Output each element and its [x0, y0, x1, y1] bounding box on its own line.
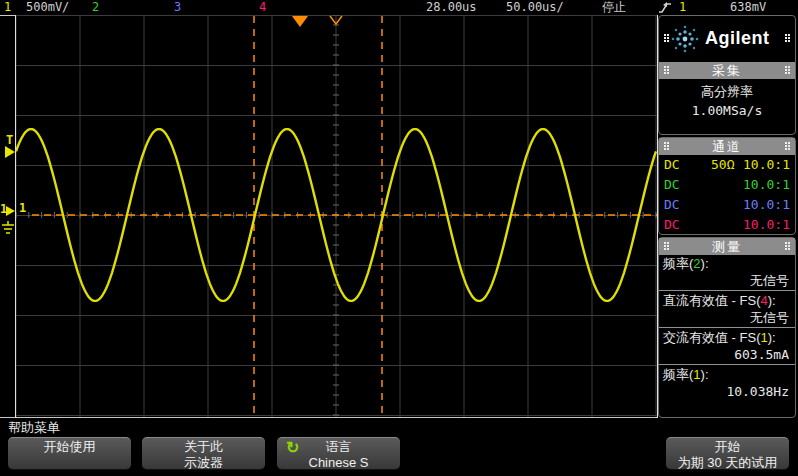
measurement-separator — [659, 327, 795, 328]
measurements-grip-right[interactable] — [785, 242, 787, 244]
softkey-label-line2: 为期 30 天的试用 — [666, 455, 789, 471]
softkey-label: 开始 — [715, 439, 741, 454]
measurement-value: 603.5mA — [659, 346, 795, 363]
sample-rate: 1.00MSa/s — [659, 101, 795, 118]
meas1-source: 2 — [693, 256, 700, 271]
measurements-grip-left[interactable] — [664, 242, 666, 244]
ch1-inner-label: 1 — [19, 201, 26, 215]
meas2-post: ): — [768, 293, 776, 308]
meas1-post: ): — [701, 256, 709, 271]
status-timebase: 50.00us/ — [506, 0, 564, 14]
agilent-logo-icon — [669, 23, 701, 55]
meas4-post: ): — [701, 367, 709, 382]
channel-row-4[interactable]: DC 10.0:1 — [659, 215, 795, 235]
status-ch2-number: 2 — [92, 0, 99, 14]
measurement-value: 无信号 — [659, 272, 795, 289]
acquisition-panel: Agilent 采集 高分辨率 1.00MSa/s — [658, 15, 796, 135]
ch3-coupling: DC — [664, 197, 680, 212]
softkey-label: 语言 — [326, 439, 352, 454]
channels-grip-right[interactable] — [785, 142, 787, 144]
status-trigger-source: 1 — [679, 0, 686, 14]
channels-title: 通道 — [712, 139, 742, 154]
meas2-source: 4 — [761, 293, 768, 308]
measurement-value: 无信号 — [659, 309, 795, 326]
channel-row-2[interactable]: DC 10.0:1 — [659, 175, 795, 195]
measurement-label: 直流有效值 - FS(4): — [659, 292, 795, 309]
softkey-label-line2: Chinese S — [277, 455, 400, 471]
oscilloscope-screen: 1 500mV/ 2 3 4 28.00us 50.00us/ 停止 1 638… — [0, 0, 798, 476]
channel-row-1[interactable]: DC 50Ω 10.0:1 — [659, 155, 795, 175]
softkey-label: 开始使用 — [44, 439, 96, 454]
softkey-label-line2: 示波器 — [142, 455, 265, 471]
measurement-label: 交流有效值 - FS(1): — [659, 329, 795, 346]
branding-block: Agilent — [659, 16, 795, 62]
channel-row-3[interactable]: DC 10.0:1 — [659, 195, 795, 215]
measurements-panel: 测量 频率(2): 无信号 直流有效值 - FS(4): 无信号 交流有效值 -… — [658, 237, 796, 418]
measurement-label: 频率(2): — [659, 255, 795, 272]
ground-symbol-icon — [1, 221, 15, 234]
status-ch4-number: 4 — [259, 0, 266, 14]
trigger-edge-icon — [658, 1, 672, 14]
status-ch1-number: 1 — [4, 0, 11, 14]
branding-grip-left[interactable] — [664, 34, 666, 36]
acquisition-mode: 高分辨率 — [659, 79, 795, 101]
channels-header[interactable]: 通道 — [659, 138, 795, 155]
grid-layer — [16, 15, 657, 417]
measurement-separator — [659, 364, 795, 365]
brand-name: Agilent — [705, 28, 770, 49]
graticule-svg — [16, 15, 657, 417]
trigger-position-marker[interactable] — [292, 16, 308, 27]
status-delay: 28.00us — [426, 0, 477, 14]
trigger-level-label: T — [6, 133, 13, 147]
acquisition-title: 采集 — [712, 63, 742, 78]
measurement-value: 10.038Hz — [659, 383, 795, 400]
acquisition-grip-right[interactable] — [785, 66, 787, 68]
ch4-coupling: DC — [664, 217, 680, 232]
ch2-coupling: DC — [664, 177, 680, 192]
status-ch1-scale: 500mV/ — [26, 0, 69, 14]
waveform-display: 1 — [16, 15, 657, 417]
meas1-pre: 频率( — [663, 256, 693, 271]
measurement-separator — [659, 290, 795, 291]
ch3-probe-ratio: 10.0:1 — [743, 195, 790, 215]
ch1-impedance: 50Ω — [711, 155, 734, 175]
status-bar: 1 500mV/ 2 3 4 28.00us 50.00us/ 停止 1 638… — [0, 0, 798, 15]
softkey-about-scope[interactable]: 关于此 示波器 — [142, 437, 265, 470]
help-menu-label: 帮助菜单 — [8, 419, 60, 437]
ch4-probe-ratio: 10.0:1 — [743, 215, 790, 235]
ch1-probe-ratio: 10.0:1 — [743, 155, 790, 175]
language-refresh-icon: ↻ — [286, 440, 299, 456]
status-ch3-number: 3 — [174, 0, 181, 14]
meas3-pre: 交流有效值 - FS( — [663, 330, 761, 345]
softkey-label: 关于此 — [184, 439, 223, 454]
trigger-level-marker[interactable] — [5, 146, 15, 158]
acquisition-header[interactable]: 采集 — [659, 62, 795, 79]
softkey-getting-started[interactable]: 开始使用 — [8, 437, 131, 470]
graticule-border-bottom — [0, 417, 657, 418]
meas3-source: 1 — [761, 330, 768, 345]
softkey-language[interactable]: ↻ 语言 Chinese S — [277, 437, 400, 470]
softkey-start-trial[interactable]: 开始 为期 30 天的试用 — [666, 437, 789, 470]
meas4-source: 1 — [693, 367, 700, 382]
meas2-pre: 直流有效值 - FS( — [663, 293, 761, 308]
measurements-title: 测量 — [712, 239, 742, 254]
channels-panel: 通道 DC 50Ω 10.0:1 DC 10.0:1 DC 10.0:1 DC … — [658, 137, 796, 235]
branding-grip-right[interactable] — [785, 34, 787, 36]
channels-grip-left[interactable] — [664, 142, 666, 144]
status-trigger-level: 638mV — [730, 0, 766, 14]
measurements-header[interactable]: 测量 — [659, 238, 795, 255]
ch1-ground-marker[interactable] — [6, 206, 15, 216]
ch1-coupling: DC — [664, 157, 680, 172]
status-run-state: 停止 — [602, 0, 626, 14]
meas3-post: ): — [768, 330, 776, 345]
meas4-pre: 频率( — [663, 367, 693, 382]
acquisition-grip-left[interactable] — [664, 66, 666, 68]
measurement-label: 频率(1): — [659, 366, 795, 383]
ch2-probe-ratio: 10.0:1 — [743, 175, 790, 195]
